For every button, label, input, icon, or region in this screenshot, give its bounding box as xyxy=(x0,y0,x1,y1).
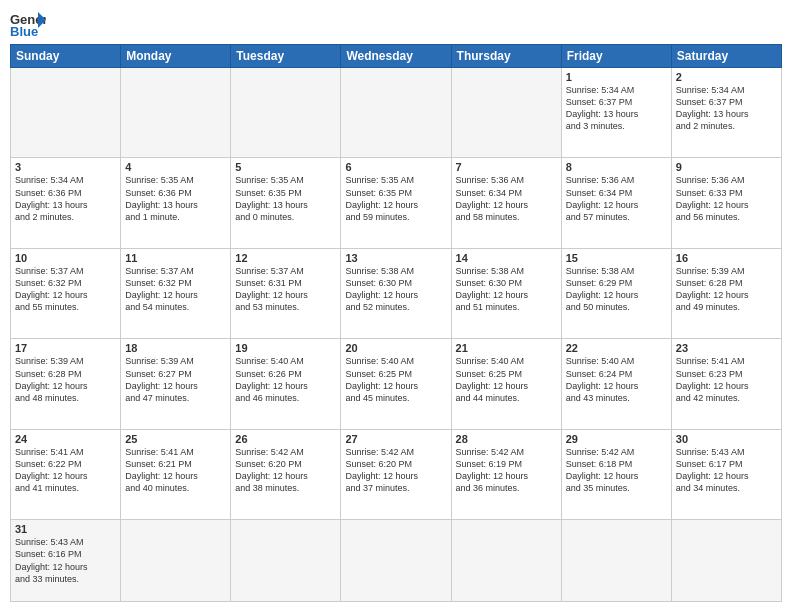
day-cell: 16Sunrise: 5:39 AM Sunset: 6:28 PM Dayli… xyxy=(671,248,781,338)
day-cell xyxy=(451,520,561,602)
week-row-0: 1Sunrise: 5:34 AM Sunset: 6:37 PM Daylig… xyxy=(11,68,782,158)
day-info: Sunrise: 5:41 AM Sunset: 6:22 PM Dayligh… xyxy=(15,446,116,495)
weekday-thursday: Thursday xyxy=(451,45,561,68)
day-number: 24 xyxy=(15,433,116,445)
day-number: 23 xyxy=(676,342,777,354)
day-cell: 8Sunrise: 5:36 AM Sunset: 6:34 PM Daylig… xyxy=(561,158,671,248)
weekday-tuesday: Tuesday xyxy=(231,45,341,68)
day-cell xyxy=(451,68,561,158)
day-number: 11 xyxy=(125,252,226,264)
weekday-friday: Friday xyxy=(561,45,671,68)
day-cell: 18Sunrise: 5:39 AM Sunset: 6:27 PM Dayli… xyxy=(121,339,231,429)
day-info: Sunrise: 5:39 AM Sunset: 6:28 PM Dayligh… xyxy=(676,265,777,314)
day-info: Sunrise: 5:36 AM Sunset: 6:33 PM Dayligh… xyxy=(676,174,777,223)
day-number: 14 xyxy=(456,252,557,264)
day-cell: 5Sunrise: 5:35 AM Sunset: 6:35 PM Daylig… xyxy=(231,158,341,248)
day-info: Sunrise: 5:37 AM Sunset: 6:31 PM Dayligh… xyxy=(235,265,336,314)
day-cell: 6Sunrise: 5:35 AM Sunset: 6:35 PM Daylig… xyxy=(341,158,451,248)
day-number: 19 xyxy=(235,342,336,354)
weekday-saturday: Saturday xyxy=(671,45,781,68)
day-number: 10 xyxy=(15,252,116,264)
day-info: Sunrise: 5:34 AM Sunset: 6:37 PM Dayligh… xyxy=(676,84,777,133)
day-number: 29 xyxy=(566,433,667,445)
day-info: Sunrise: 5:35 AM Sunset: 6:36 PM Dayligh… xyxy=(125,174,226,223)
week-row-4: 24Sunrise: 5:41 AM Sunset: 6:22 PM Dayli… xyxy=(11,429,782,519)
week-row-2: 10Sunrise: 5:37 AM Sunset: 6:32 PM Dayli… xyxy=(11,248,782,338)
day-cell: 11Sunrise: 5:37 AM Sunset: 6:32 PM Dayli… xyxy=(121,248,231,338)
day-cell: 15Sunrise: 5:38 AM Sunset: 6:29 PM Dayli… xyxy=(561,248,671,338)
day-info: Sunrise: 5:34 AM Sunset: 6:37 PM Dayligh… xyxy=(566,84,667,133)
day-cell: 30Sunrise: 5:43 AM Sunset: 6:17 PM Dayli… xyxy=(671,429,781,519)
day-number: 26 xyxy=(235,433,336,445)
day-cell: 2Sunrise: 5:34 AM Sunset: 6:37 PM Daylig… xyxy=(671,68,781,158)
day-info: Sunrise: 5:34 AM Sunset: 6:36 PM Dayligh… xyxy=(15,174,116,223)
weekday-header-row: SundayMondayTuesdayWednesdayThursdayFrid… xyxy=(11,45,782,68)
day-info: Sunrise: 5:38 AM Sunset: 6:30 PM Dayligh… xyxy=(345,265,446,314)
day-info: Sunrise: 5:40 AM Sunset: 6:24 PM Dayligh… xyxy=(566,355,667,404)
day-info: Sunrise: 5:42 AM Sunset: 6:18 PM Dayligh… xyxy=(566,446,667,495)
day-number: 31 xyxy=(15,523,116,535)
day-cell: 28Sunrise: 5:42 AM Sunset: 6:19 PM Dayli… xyxy=(451,429,561,519)
day-number: 17 xyxy=(15,342,116,354)
day-info: Sunrise: 5:43 AM Sunset: 6:17 PM Dayligh… xyxy=(676,446,777,495)
svg-text:Blue: Blue xyxy=(10,24,38,38)
weekday-wednesday: Wednesday xyxy=(341,45,451,68)
day-info: Sunrise: 5:40 AM Sunset: 6:25 PM Dayligh… xyxy=(345,355,446,404)
day-cell xyxy=(121,520,231,602)
day-number: 21 xyxy=(456,342,557,354)
day-info: Sunrise: 5:42 AM Sunset: 6:19 PM Dayligh… xyxy=(456,446,557,495)
day-number: 1 xyxy=(566,71,667,83)
day-number: 27 xyxy=(345,433,446,445)
day-cell xyxy=(561,520,671,602)
day-number: 22 xyxy=(566,342,667,354)
day-number: 12 xyxy=(235,252,336,264)
day-number: 15 xyxy=(566,252,667,264)
day-cell: 13Sunrise: 5:38 AM Sunset: 6:30 PM Dayli… xyxy=(341,248,451,338)
day-cell: 12Sunrise: 5:37 AM Sunset: 6:31 PM Dayli… xyxy=(231,248,341,338)
page: General Blue SundayMondayTuesdayWednesda… xyxy=(0,0,792,612)
day-number: 5 xyxy=(235,161,336,173)
day-number: 28 xyxy=(456,433,557,445)
day-number: 6 xyxy=(345,161,446,173)
day-cell: 9Sunrise: 5:36 AM Sunset: 6:33 PM Daylig… xyxy=(671,158,781,248)
day-info: Sunrise: 5:42 AM Sunset: 6:20 PM Dayligh… xyxy=(235,446,336,495)
day-info: Sunrise: 5:41 AM Sunset: 6:21 PM Dayligh… xyxy=(125,446,226,495)
day-info: Sunrise: 5:35 AM Sunset: 6:35 PM Dayligh… xyxy=(235,174,336,223)
day-info: Sunrise: 5:41 AM Sunset: 6:23 PM Dayligh… xyxy=(676,355,777,404)
day-number: 8 xyxy=(566,161,667,173)
day-number: 3 xyxy=(15,161,116,173)
day-info: Sunrise: 5:40 AM Sunset: 6:25 PM Dayligh… xyxy=(456,355,557,404)
day-info: Sunrise: 5:42 AM Sunset: 6:20 PM Dayligh… xyxy=(345,446,446,495)
day-cell: 26Sunrise: 5:42 AM Sunset: 6:20 PM Dayli… xyxy=(231,429,341,519)
day-cell xyxy=(121,68,231,158)
day-cell: 19Sunrise: 5:40 AM Sunset: 6:26 PM Dayli… xyxy=(231,339,341,429)
day-cell: 17Sunrise: 5:39 AM Sunset: 6:28 PM Dayli… xyxy=(11,339,121,429)
day-number: 4 xyxy=(125,161,226,173)
weekday-sunday: Sunday xyxy=(11,45,121,68)
day-number: 16 xyxy=(676,252,777,264)
day-cell xyxy=(671,520,781,602)
day-info: Sunrise: 5:36 AM Sunset: 6:34 PM Dayligh… xyxy=(566,174,667,223)
day-number: 9 xyxy=(676,161,777,173)
day-cell: 1Sunrise: 5:34 AM Sunset: 6:37 PM Daylig… xyxy=(561,68,671,158)
header: General Blue xyxy=(10,10,782,38)
day-cell: 24Sunrise: 5:41 AM Sunset: 6:22 PM Dayli… xyxy=(11,429,121,519)
day-cell xyxy=(231,68,341,158)
week-row-3: 17Sunrise: 5:39 AM Sunset: 6:28 PM Dayli… xyxy=(11,339,782,429)
day-cell xyxy=(341,520,451,602)
day-cell: 27Sunrise: 5:42 AM Sunset: 6:20 PM Dayli… xyxy=(341,429,451,519)
day-cell: 23Sunrise: 5:41 AM Sunset: 6:23 PM Dayli… xyxy=(671,339,781,429)
day-info: Sunrise: 5:36 AM Sunset: 6:34 PM Dayligh… xyxy=(456,174,557,223)
day-info: Sunrise: 5:35 AM Sunset: 6:35 PM Dayligh… xyxy=(345,174,446,223)
day-cell xyxy=(231,520,341,602)
week-row-1: 3Sunrise: 5:34 AM Sunset: 6:36 PM Daylig… xyxy=(11,158,782,248)
logo-icon: General Blue xyxy=(10,10,46,38)
day-cell: 21Sunrise: 5:40 AM Sunset: 6:25 PM Dayli… xyxy=(451,339,561,429)
week-row-5: 31Sunrise: 5:43 AM Sunset: 6:16 PM Dayli… xyxy=(11,520,782,602)
day-number: 30 xyxy=(676,433,777,445)
weekday-monday: Monday xyxy=(121,45,231,68)
day-cell: 25Sunrise: 5:41 AM Sunset: 6:21 PM Dayli… xyxy=(121,429,231,519)
day-number: 13 xyxy=(345,252,446,264)
day-cell: 10Sunrise: 5:37 AM Sunset: 6:32 PM Dayli… xyxy=(11,248,121,338)
day-number: 7 xyxy=(456,161,557,173)
